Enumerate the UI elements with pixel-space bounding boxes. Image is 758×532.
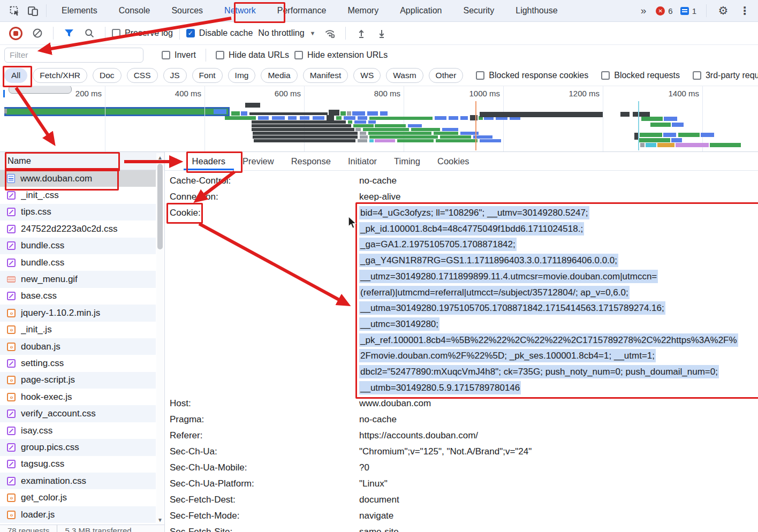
type-chip-other[interactable]: Other <box>429 68 464 83</box>
waterfall-bar <box>641 117 663 121</box>
devtools-tab-memory[interactable]: Memory <box>337 0 389 21</box>
checkbox-blocked-requests[interactable]: Blocked requests <box>601 71 680 80</box>
details-tab-response[interactable]: Response <box>283 152 339 170</box>
header-row-cache-control: Cache-Control:no-cache <box>165 173 758 189</box>
hide-extension-urls-label: Hide extension URLs <box>307 50 388 60</box>
type-chip-fetch-xhr[interactable]: Fetch/XHR <box>33 68 87 83</box>
request-row-jquery-1-10-2-min-js[interactable]: ‹›jquery-1.10.2.min.js <box>0 305 156 321</box>
hide-extension-urls-checkbox[interactable]: Hide extension URLs <box>294 50 388 60</box>
type-chip-media[interactable]: Media <box>261 68 297 83</box>
type-chip-img[interactable]: Img <box>228 68 256 83</box>
divider <box>706 4 707 17</box>
header-key: Cache-Control: <box>170 173 359 189</box>
scroll-down-icon[interactable]: ▼ <box>156 516 164 524</box>
checkbox-blocked-response-cookies[interactable]: Blocked response cookies <box>476 71 588 80</box>
request-row-isay-css[interactable]: isay.css <box>0 422 156 439</box>
search-icon[interactable] <box>80 24 98 42</box>
selected-text: bid=4_uGc3ofyzs; ll="108296"; __utmv=301… <box>359 206 589 219</box>
request-row-page-script-js[interactable]: ‹›page-script.js <box>0 372 156 389</box>
network-conditions-icon[interactable] <box>321 24 339 42</box>
request-name: hook-exec.js <box>21 392 72 402</box>
details-tab-headers[interactable]: Headers <box>184 152 234 170</box>
request-row-examination-css[interactable]: examination.css <box>0 473 156 489</box>
more-tabs-icon[interactable]: » <box>636 5 651 17</box>
type-chip-ws[interactable]: WS <box>353 68 381 83</box>
type-chip-css[interactable]: CSS <box>127 68 158 83</box>
selected-text: _ga=GA1.2.1975105705.1708871842; <box>359 238 517 251</box>
request-row-www-douban-com[interactable]: www.douban.com <box>0 170 156 187</box>
devtools-tab-application[interactable]: Application <box>389 0 452 21</box>
export-har-icon[interactable] <box>373 24 391 42</box>
close-icon[interactable]: ✕ <box>170 156 184 166</box>
request-row-base-css[interactable]: base.css <box>0 288 156 305</box>
network-overview-timeline[interactable]: 200 ms400 ms600 ms800 ms1000 ms1200 ms14… <box>0 86 758 152</box>
scroll-up-icon[interactable]: ▲ <box>156 154 164 162</box>
inspect-element-icon[interactable] <box>5 2 24 20</box>
devtools-tab-lighthouse[interactable]: Lighthouse <box>505 0 568 21</box>
request-row-get-color-js[interactable]: ‹›get_color.js <box>0 489 156 506</box>
request-row-bundle-css[interactable]: bundle.css <box>0 238 156 254</box>
details-tab-preview[interactable]: Preview <box>234 152 283 170</box>
devtools-tab-console[interactable]: Console <box>108 0 161 21</box>
devtools-tab-network[interactable]: Network <box>214 0 267 21</box>
hide-data-urls-checkbox[interactable]: Hide data URLs <box>216 50 289 60</box>
kebab-menu-icon[interactable]: ⋮ <box>736 2 754 20</box>
waterfall-bar <box>252 124 351 127</box>
request-name: setting.css <box>21 358 64 369</box>
type-chip-font[interactable]: Font <box>192 68 223 83</box>
request-row-init-js[interactable]: ‹›_init_.js <box>0 322 156 338</box>
type-chip-all[interactable]: All <box>4 68 27 83</box>
filter-input[interactable] <box>4 48 143 63</box>
header-value: "Linux" <box>359 476 758 492</box>
details-tab-initiator[interactable]: Initiator <box>339 152 385 170</box>
request-row-verify-account-css[interactable]: verify_account.css <box>0 405 156 422</box>
clear-network-log-icon[interactable] <box>28 24 47 42</box>
preserve-log-checkbox[interactable]: Preserve log <box>112 28 173 38</box>
request-row-bundle-css[interactable]: bundle.css <box>0 254 156 271</box>
css-file-icon <box>7 208 16 216</box>
waterfall-bar <box>249 112 328 115</box>
network-summary-bar: 78 requests 5.3 MB transferred <box>0 525 164 532</box>
invert-checkbox[interactable]: Invert <box>162 50 196 60</box>
device-toolbar-icon[interactable] <box>24 2 42 20</box>
type-chip-doc[interactable]: Doc <box>93 68 122 83</box>
request-row-group-pics-css[interactable]: group.pics.css <box>0 439 156 455</box>
issues-badge[interactable]: 1 <box>678 6 699 16</box>
checkbox-3rd-party-requests[interactable]: 3rd-party requests <box>693 71 758 80</box>
disable-cache-checkbox[interactable]: Disable cache <box>186 28 253 38</box>
waterfall-bar <box>442 128 458 131</box>
details-tab-timing[interactable]: Timing <box>385 152 429 170</box>
scrollbar-thumb[interactable] <box>157 164 163 249</box>
request-row-loader-js[interactable]: ‹›loader.js <box>0 506 156 523</box>
type-chip-manifest[interactable]: Manifest <box>303 68 348 83</box>
header-key: Host: <box>170 396 359 412</box>
name-column-header[interactable]: Name <box>0 152 164 170</box>
record-network-log-icon[interactable] <box>9 27 22 40</box>
request-row-hook-exec-js[interactable]: ‹›hook-exec.js <box>0 389 156 405</box>
request-row-247522d2223a0c2d-css[interactable]: 247522d2223a0c2d.css <box>0 221 156 237</box>
request-row-init-css[interactable]: _init_.css <box>0 187 156 203</box>
request-name: get_color.js <box>21 492 67 503</box>
throttling-dropdown[interactable]: No throttling ▼ <box>255 28 319 38</box>
type-chip-js[interactable]: JS <box>163 68 187 83</box>
import-har-icon[interactable] <box>352 24 370 42</box>
request-row-tips-css[interactable]: tips.css <box>0 204 156 221</box>
request-row-douban-js[interactable]: ‹›douban.js <box>0 338 156 355</box>
devtools-tab-elements[interactable]: Elements <box>51 0 108 21</box>
invert-label: Invert <box>175 50 196 60</box>
type-chip-wasm[interactable]: Wasm <box>386 68 423 83</box>
css-file-icon <box>7 477 16 485</box>
devtools-tab-sources[interactable]: Sources <box>161 0 214 21</box>
cookie-line: __utmb=30149280.5.9.1715789780146 <box>359 380 754 396</box>
selected-text: __utmz=30149280.1711899899.11.4.utmcsr=m… <box>359 270 658 283</box>
request-row-new-menu-gif[interactable]: new_menu.gif <box>0 271 156 287</box>
filter-funnel-icon[interactable] <box>60 24 78 42</box>
settings-gear-icon[interactable]: ⚙ <box>714 2 732 20</box>
devtools-tab-performance[interactable]: Performance <box>267 0 337 21</box>
details-tab-cookies[interactable]: Cookies <box>429 152 478 170</box>
devtools-tab-security[interactable]: Security <box>452 0 505 21</box>
error-badge[interactable]: ✕ 6 <box>654 6 674 16</box>
request-list-scrollbar[interactable]: ▲ ▼ <box>156 153 164 524</box>
request-row-tagsug-css[interactable]: tagsug.css <box>0 456 156 473</box>
request-row-setting-css[interactable]: setting.css <box>0 355 156 371</box>
